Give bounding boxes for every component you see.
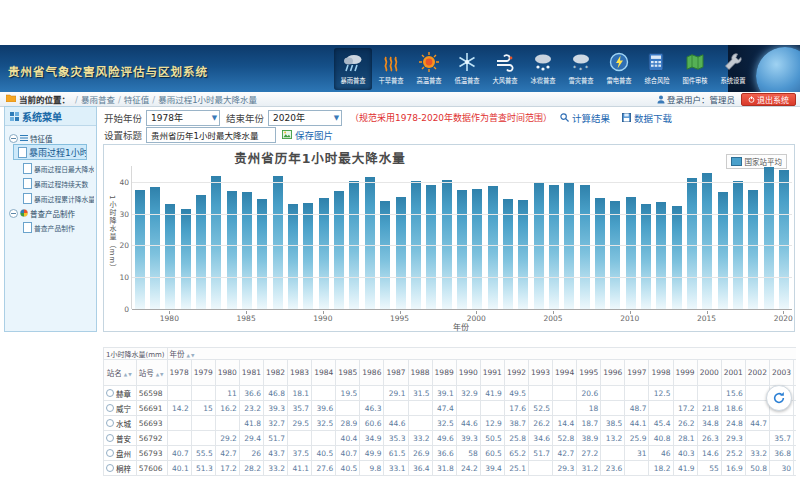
value-cell: 42.7 bbox=[215, 446, 239, 461]
value-cell: 40.8 bbox=[649, 431, 673, 446]
value-cell: 39.3 bbox=[456, 431, 480, 446]
floating-refresh-button[interactable] bbox=[766, 385, 792, 411]
nav-item-settings[interactable]: 系统设置 bbox=[714, 48, 752, 90]
station-id-header[interactable]: 站号 bbox=[139, 369, 154, 378]
year-column-header: 1999 bbox=[673, 360, 697, 386]
lightning-icon bbox=[608, 51, 630, 73]
start-year-select[interactable]: 1978年▼ bbox=[146, 110, 220, 126]
chart-title-input[interactable]: 贵州省历年1小时最大降水量 bbox=[146, 127, 276, 143]
nav-item-drought[interactable]: 干旱普查 bbox=[372, 48, 410, 90]
value-cell: 31.8 bbox=[432, 461, 456, 476]
nav-item-heat[interactable]: 高温普查 bbox=[410, 48, 448, 90]
value-cell: 38.9 bbox=[577, 431, 601, 446]
nav-item-rainstorm[interactable]: 暴雨普查 bbox=[334, 48, 372, 90]
expand-row-icon[interactable] bbox=[106, 389, 114, 397]
value-cell: 18.2 bbox=[649, 461, 673, 476]
breadcrumb: 当前的位置： /暴雨普查/特征值/暴雨过程1小时最大降水量 bbox=[6, 93, 257, 105]
save-disk-icon bbox=[622, 113, 631, 122]
menu-icon bbox=[10, 112, 19, 121]
wind-icon bbox=[494, 51, 516, 73]
value-cell: 34.6 bbox=[528, 431, 552, 446]
sidebar-item[interactable]: 暴雨过程日最大降水量 bbox=[21, 162, 94, 175]
app-title: 贵州省气象灾害风险评估与区划系统 bbox=[8, 63, 208, 79]
expand-row-icon[interactable] bbox=[106, 464, 114, 472]
sidebar-item[interactable]: 暴雨过程1小时最大降水量 bbox=[13, 144, 87, 160]
nav-item-lightning[interactable]: 雷电普查 bbox=[600, 48, 638, 90]
bar-1982 bbox=[196, 195, 206, 309]
end-year-select[interactable]: 2020年▼ bbox=[268, 110, 342, 126]
sidebar: 系统菜单 特征值暴雨过程1小时最大降水量暴雨过程日最大降水量暴雨过程持续天数暴雨… bbox=[4, 106, 97, 332]
value-cell: 15 bbox=[191, 401, 215, 416]
value-cell: 58 bbox=[456, 446, 480, 461]
y-tick-label: 0 bbox=[124, 305, 129, 314]
value-cell: 28.1 bbox=[673, 431, 697, 446]
data-table: 1小时降水量(mm)年份▲▼站名▲▼站号▲▼197819791980198119… bbox=[103, 347, 796, 476]
sidebar-group-products[interactable]: 普查产品制作 bbox=[9, 208, 96, 219]
save-image-button[interactable]: 保存图片 bbox=[282, 128, 333, 142]
collapse-toggle-icon[interactable] bbox=[9, 209, 18, 218]
breadcrumb-item[interactable]: 特征值 bbox=[124, 95, 150, 105]
bar-1985 bbox=[242, 192, 252, 309]
table-row: 威宁5669114.21516.223.239.335.739.646.347.… bbox=[104, 401, 797, 416]
nav-item-snow[interactable]: ***雪灾普查 bbox=[562, 48, 600, 90]
nav-item-wind[interactable]: 大风普查 bbox=[486, 48, 524, 90]
sort-arrows-icon[interactable]: ▲▼ bbox=[156, 372, 165, 377]
value-cell: 9.8 bbox=[360, 461, 384, 476]
value-cell: 23.2 bbox=[239, 401, 263, 416]
sort-arrows-icon[interactable]: ▲▼ bbox=[124, 372, 133, 377]
sidebar-item-label: 暴雨过程持续天数 bbox=[34, 179, 88, 189]
value-cell bbox=[553, 401, 577, 416]
x-tick-label: 1980 bbox=[154, 314, 184, 323]
value-cell: 49.9 bbox=[360, 446, 384, 461]
value-cell: 29.4 bbox=[239, 431, 263, 446]
value-cell: 36.6 bbox=[239, 386, 263, 401]
bar-1984 bbox=[227, 191, 237, 309]
chevron-down-icon: ▼ bbox=[212, 114, 217, 122]
x-axis-label: 年份 bbox=[453, 321, 469, 332]
value-cell: 32.5 bbox=[432, 416, 456, 431]
station-name: 赫章 bbox=[116, 390, 131, 399]
expand-row-icon[interactable] bbox=[106, 434, 114, 442]
nav-item-lowtemp[interactable]: 低温普查 bbox=[448, 48, 486, 90]
collapse-toggle-icon[interactable] bbox=[9, 134, 18, 143]
expand-row-icon[interactable] bbox=[106, 449, 114, 457]
value-cell bbox=[312, 386, 336, 401]
svg-text:*: * bbox=[579, 66, 582, 73]
nav-item-hail[interactable]: 冰雹普查 bbox=[524, 48, 562, 90]
app-header: 贵州省气象灾害风险评估与区划系统 暴雨普查干旱普查高温普查低温普查大风普查冰雹普… bbox=[0, 45, 800, 92]
nav-item-map-review[interactable]: 图件审核 bbox=[676, 48, 714, 90]
bar-1980 bbox=[165, 204, 175, 310]
value-cell: 65.2 bbox=[504, 446, 528, 461]
value-cell bbox=[794, 386, 797, 401]
calc-result-button[interactable]: 计算结果 bbox=[560, 111, 610, 125]
nav-item-risk[interactable]: 综合风险 bbox=[638, 48, 676, 90]
year-column-header: 1993 bbox=[528, 360, 552, 386]
value-cell bbox=[528, 461, 552, 476]
sidebar-item[interactable]: 暴雨过程持续天数 bbox=[21, 177, 94, 190]
sidebar-item-label: 普查产品制作 bbox=[34, 223, 75, 233]
sort-arrows-icon[interactable]: ▲▼ bbox=[187, 353, 196, 358]
x-tick-label: 2010 bbox=[615, 314, 645, 323]
data-download-button[interactable]: 数据下载 bbox=[622, 111, 672, 125]
subbar: 当前的位置： /暴雨普查/特征值/暴雨过程1小时最大降水量 登录用户：管理员 退… bbox=[0, 92, 800, 107]
value-cell: 20.3 bbox=[794, 461, 797, 476]
breadcrumb-item[interactable]: 暴雨过程1小时最大降水量 bbox=[158, 95, 257, 105]
risk-icon bbox=[646, 51, 668, 73]
value-cell: 13.2 bbox=[601, 431, 625, 446]
expand-row-icon[interactable] bbox=[106, 404, 114, 412]
sidebar-title: 系统菜单 bbox=[5, 107, 96, 126]
sidebar-item[interactable]: 普查产品制作 bbox=[21, 221, 94, 234]
logout-button[interactable]: 退出系统 bbox=[741, 93, 796, 106]
sidebar-group-features[interactable]: 特征值 bbox=[9, 133, 96, 144]
value-cell: 31 bbox=[625, 446, 649, 461]
value-cell: 31.2 bbox=[577, 461, 601, 476]
bar-1981 bbox=[181, 209, 191, 309]
breadcrumb-item[interactable]: 暴雨普查 bbox=[81, 95, 115, 105]
document-icon bbox=[23, 163, 32, 174]
value-cell: 61.5 bbox=[384, 446, 408, 461]
expand-row-icon[interactable] bbox=[106, 419, 114, 427]
year-header[interactable]: 年份 bbox=[170, 350, 185, 359]
value-cell: 29.3 bbox=[553, 461, 577, 476]
sidebar-item[interactable]: 暴雨过程累计降水量 bbox=[21, 192, 94, 205]
station-name-header[interactable]: 站名 bbox=[107, 369, 122, 378]
